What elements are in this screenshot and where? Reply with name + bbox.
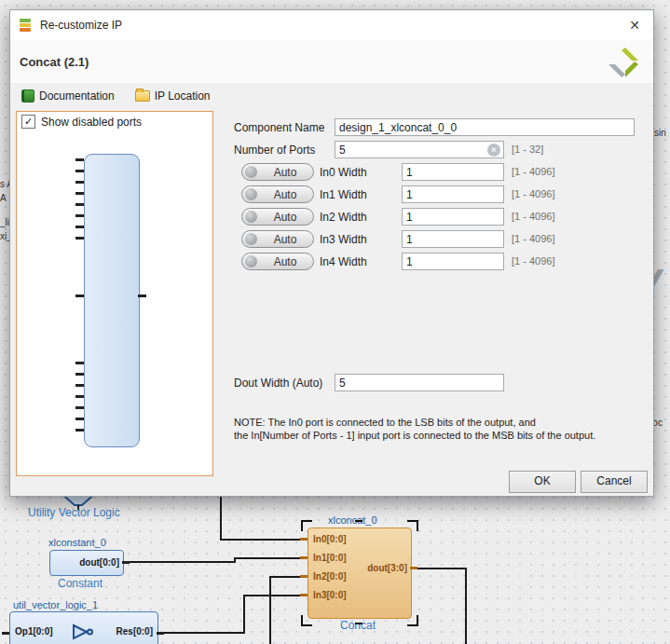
clear-value-icon[interactable]: ✕ xyxy=(487,144,500,157)
in0-auto-toggle[interactable]: Auto xyxy=(241,163,314,181)
documentation-button[interactable]: Documentation xyxy=(18,88,118,104)
auto-label: Auto xyxy=(257,188,313,201)
in0-port: In0[0:0] xyxy=(313,534,347,544)
component-name-input[interactable] xyxy=(335,118,635,136)
wire[interactable] xyxy=(270,577,300,644)
in1-port: In1[0:0] xyxy=(313,553,347,563)
note-line-2: the In[Number of Ports - 1] input port i… xyxy=(234,430,595,441)
in1-width-range: [1 - 4096] xyxy=(512,188,554,199)
in0-pin[interactable] xyxy=(300,538,308,541)
note-line-1: NOTE: The In0 port is connected to the L… xyxy=(234,417,536,428)
selection-corner xyxy=(407,615,418,626)
toggle-knob-icon xyxy=(245,166,257,178)
vivado-block-design-canvas: Utility Vector Logic xlconstant_0 dout[0… xyxy=(0,0,670,644)
dout-width-input[interactable] xyxy=(335,374,504,391)
number-of-ports-input[interactable] xyxy=(335,141,504,158)
component-name-label: Component Name xyxy=(234,121,324,134)
xlconcat-block[interactable]: In0[0:0] In1[0:0] In2[0:0] In3[0:0] dout… xyxy=(308,528,412,619)
selection-corner xyxy=(301,615,312,626)
in3-port: In3[0:0] xyxy=(313,590,347,600)
number-of-ports-range: [1 - 32] xyxy=(512,144,543,155)
clipped-text-fragment: A xyxy=(0,193,7,203)
in4-width-range: [1 - 4096] xyxy=(512,255,554,267)
xlconstant-instance-name: xlconstant_0 xyxy=(48,537,106,548)
in3-width-input[interactable] xyxy=(402,230,504,248)
auto-label: Auto xyxy=(257,255,313,268)
selection-dash xyxy=(355,623,362,624)
in1-auto-toggle[interactable]: Auto xyxy=(241,185,314,203)
ip-location-label: IP Location xyxy=(155,89,211,103)
op1-port: Op1[0:0] xyxy=(15,626,53,637)
util-vector-logic-instance-name: util_vector_logic_1 xyxy=(13,599,98,610)
util-vector-logic-block[interactable]: Op1[0:0] Res[0:0] xyxy=(9,611,158,644)
in0-width-label: In0 Width xyxy=(320,166,367,179)
ip-name-title: Concat (2.1) xyxy=(20,55,89,69)
symbol-input-pin xyxy=(75,295,84,297)
dout-width-label: Dout Width (Auto) xyxy=(234,377,322,390)
toggle-knob-icon xyxy=(245,255,257,267)
auto-label: Auto xyxy=(257,166,313,179)
disabled-port-pins-top xyxy=(75,158,84,240)
wire[interactable] xyxy=(164,596,300,633)
wire[interactable] xyxy=(417,569,466,644)
in1-pin[interactable] xyxy=(300,556,308,559)
in0-width-range: [1 - 4096] xyxy=(512,166,554,177)
ip-location-button[interactable]: IP Location xyxy=(131,88,214,104)
disabled-port-pins-bottom xyxy=(75,362,84,439)
utility-vector-logic-label: Utility Vector Logic xyxy=(28,506,120,519)
wire[interactable] xyxy=(221,495,300,540)
auto-label: Auto xyxy=(257,233,313,246)
not-gate-icon xyxy=(72,623,96,640)
selection-corner xyxy=(301,520,312,531)
ip-symbol-preview xyxy=(84,154,140,447)
number-of-ports-label: Number of Ports xyxy=(234,144,315,157)
symbol-preview-panel: ✓ Show disabled ports xyxy=(16,111,213,476)
show-disabled-ports-checkbox[interactable]: ✓ xyxy=(21,115,35,129)
selection-dash xyxy=(355,520,362,522)
in1-width-label: In1 Width xyxy=(320,188,367,201)
xlconstant-label: Constant xyxy=(58,577,103,590)
in3-auto-toggle[interactable]: Auto xyxy=(241,230,314,248)
xlconstant-dout-port: dout[0:0] xyxy=(79,557,119,568)
cancel-button[interactable]: Cancel xyxy=(581,471,648,493)
dout-pin[interactable] xyxy=(410,567,417,569)
ok-button[interactable]: OK xyxy=(509,471,576,493)
in4-width-label: In4 Width xyxy=(320,255,367,268)
selection-corner xyxy=(407,520,418,531)
show-disabled-ports-row: ✓ Show disabled ports xyxy=(21,115,142,129)
in3-pin[interactable] xyxy=(300,594,308,596)
xilinx-logo-icon xyxy=(605,46,642,79)
xlconstant-block[interactable]: dout[0:0] xyxy=(49,550,124,576)
wire[interactable] xyxy=(130,558,300,562)
toggle-knob-icon xyxy=(245,188,257,200)
in4-width-input[interactable] xyxy=(402,253,504,270)
clipped-text-fragment: _li xyxy=(0,217,9,227)
folder-icon xyxy=(135,90,150,102)
in2-auto-toggle[interactable]: Auto xyxy=(241,208,314,226)
close-icon[interactable]: ✕ xyxy=(625,16,644,34)
in2-width-input[interactable] xyxy=(402,208,504,226)
documentation-icon xyxy=(21,89,34,103)
res-port: Res[0:0] xyxy=(116,626,153,637)
in1-width-input[interactable] xyxy=(402,185,504,203)
dialog-titlebar[interactable]: Re-customize IP ✕ xyxy=(10,10,653,40)
in2-pin[interactable] xyxy=(300,575,308,578)
in4-auto-toggle[interactable]: Auto xyxy=(241,253,314,270)
res-pin[interactable] xyxy=(157,632,164,635)
in2-port: In2[0:0] xyxy=(313,571,347,582)
xlconstant-dout-pin[interactable] xyxy=(122,561,130,564)
dialog-title: Re-customize IP xyxy=(40,19,122,32)
xlconcat-label: Concat xyxy=(340,619,376,632)
dout-port: dout[3:0] xyxy=(367,563,407,573)
auto-label: Auto xyxy=(257,211,313,224)
show-disabled-ports-label: Show disabled ports xyxy=(41,116,142,129)
op1-pin[interactable] xyxy=(2,632,9,635)
ip-customize-icon xyxy=(20,19,33,32)
in2-width-label: In2 Width xyxy=(320,211,367,224)
in3-width-label: In3 Width xyxy=(320,233,367,246)
in0-width-input[interactable] xyxy=(402,163,504,181)
dialog-toolbar: Documentation IP Location xyxy=(10,83,653,109)
in3-width-range: [1 - 4096] xyxy=(512,233,554,244)
documentation-label: Documentation xyxy=(39,89,115,103)
in2-width-range: [1 - 4096] xyxy=(512,211,554,222)
